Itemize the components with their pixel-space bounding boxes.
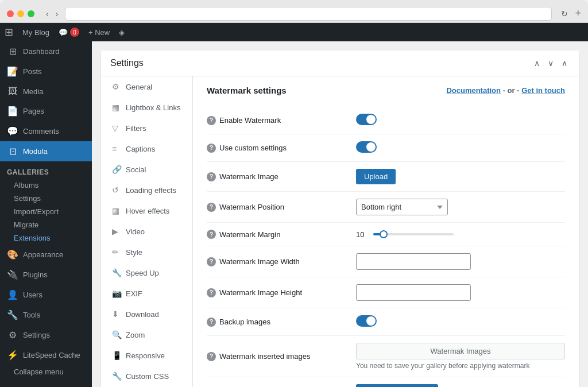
nav-item-social[interactable]: 🔗 Social	[101, 159, 192, 180]
sidebar-item-posts[interactable]: 📝 Posts	[0, 61, 92, 82]
sidebar-sub-extensions[interactable]: Extensions	[0, 231, 92, 245]
general-nav-icon: ⚙	[112, 82, 121, 91]
sidebar-sub-import-export[interactable]: Import/Export	[0, 205, 92, 218]
watermark-width-help[interactable]: ?	[207, 257, 216, 266]
sidebar-item-modula[interactable]: ⊡ Modula	[0, 141, 92, 161]
watermark-margin-help[interactable]: ?	[207, 230, 216, 239]
content-area: Settings ∧ ∨ ∧ ⚙ General ▦ Lightbox &	[92, 41, 588, 387]
sidebar-item-pages[interactable]: 📄 Pages	[0, 101, 92, 121]
close-button[interactable]	[7, 10, 14, 17]
remove-watermark-control: Remove Watermark	[356, 384, 565, 387]
nav-item-speedup[interactable]: 🔧 Speed Up	[101, 262, 192, 283]
lightbox-nav-icon: ▦	[112, 103, 121, 112]
nav-item-general[interactable]: ⚙ General	[101, 76, 192, 97]
sidebar-sub-settings[interactable]: Settings	[0, 192, 92, 205]
download-nav-icon: ⬇	[112, 309, 121, 319]
watermark-section-title: Watermark settings Documentation - or - …	[207, 86, 565, 95]
nav-item-captions[interactable]: ≡ Captions	[101, 138, 192, 159]
upload-button[interactable]: Upload	[356, 169, 396, 184]
backup-images-toggle[interactable]	[356, 315, 377, 327]
sidebar-item-settings[interactable]: ⚙ Settings	[0, 325, 92, 345]
settings-nav: ⚙ General ▦ Lightbox & Links ▽ Filters ≡…	[101, 76, 193, 387]
minimize-button[interactable]	[17, 10, 24, 17]
get-in-touch-link[interactable]: Get in touch	[521, 86, 565, 95]
forward-button[interactable]: ›	[53, 8, 61, 20]
nav-item-style[interactable]: ✏ Style	[101, 242, 192, 262]
watermark-width-label: ? Watermark Image Width	[207, 257, 356, 266]
nav-item-download[interactable]: ⬇ Download	[101, 304, 192, 324]
backup-images-help[interactable]: ?	[207, 318, 216, 327]
posts-icon: 📝	[7, 66, 18, 77]
remove-watermark-button[interactable]: Remove Watermark	[356, 384, 438, 387]
sidebar-sub-albums[interactable]: Albums	[0, 179, 92, 192]
maximize-button[interactable]	[28, 10, 34, 17]
watermark-width-input[interactable]	[356, 253, 471, 270]
field-watermark-height: ? Watermark Image Height	[207, 277, 565, 308]
field-backup-images: ? Backup images	[207, 308, 565, 336]
field-watermark-position: ? Watermark Position Bottom right Top le…	[207, 192, 565, 223]
admin-bar-site[interactable]: My Blog	[22, 28, 49, 37]
watermark-height-help[interactable]: ?	[207, 288, 216, 297]
field-remove-watermark: ? Remove Watermark Remove Watermark	[207, 377, 565, 387]
nav-item-exif[interactable]: 📷 EXIF	[101, 283, 192, 304]
field-watermark-width: ? Watermark Image Width	[207, 246, 565, 277]
use-custom-label-text: Use custom settings	[219, 144, 287, 152]
nav-item-label: Speed Up	[126, 269, 159, 277]
expand-button[interactable]: ∧	[559, 57, 570, 69]
back-button[interactable]: ‹	[44, 8, 51, 20]
watermark-images-button[interactable]: Watermak Images	[356, 343, 565, 359]
watermark-image-help[interactable]: ?	[207, 172, 216, 181]
watermark-inserted-help[interactable]: ?	[207, 352, 216, 361]
watermark-height-input[interactable]	[356, 284, 471, 301]
customcss-nav-icon: 🔧	[112, 371, 121, 381]
settings-header: Settings ∧ ∨ ∧	[101, 51, 579, 76]
sidebar-item-comments[interactable]: 💬 Comments	[0, 121, 92, 141]
sidebar-sub-migrate[interactable]: Migrate	[0, 218, 92, 231]
enable-watermark-toggle[interactable]	[356, 114, 377, 125]
nav-item-hover[interactable]: ▦ Hover effects	[101, 200, 192, 221]
video-nav-icon: ▶	[112, 227, 121, 236]
sidebar-item-users[interactable]: 👤 Users	[0, 285, 92, 305]
refresh-icon[interactable]: ↻	[561, 9, 568, 18]
users-icon: 👤	[7, 289, 18, 300]
collapse-down-button[interactable]: ∨	[546, 57, 556, 69]
nav-item-loading[interactable]: ↺ Loading effects	[101, 180, 192, 200]
nav-item-lightbox[interactable]: ▦ Lightbox & Links	[101, 97, 192, 118]
sidebar-item-plugins[interactable]: 🔌 Plugins	[0, 265, 92, 285]
new-tab-button[interactable]: +	[575, 7, 581, 20]
nav-item-customcss[interactable]: 🔧 Custom CSS	[101, 366, 192, 386]
use-custom-help[interactable]: ?	[207, 144, 216, 153]
watermark-inserted-label-text: Watermark inserted images	[219, 352, 310, 361]
nav-item-responsive[interactable]: 📱 Responsive	[101, 345, 192, 366]
or-text: - or -	[503, 86, 520, 95]
url-bar[interactable]	[65, 7, 552, 21]
watermark-position-select[interactable]: Bottom right Top left Top center Top rig…	[356, 199, 448, 215]
backup-images-control	[356, 315, 565, 328]
nav-item-zoom[interactable]: 🔍 Zoom	[101, 324, 192, 345]
enable-watermark-help[interactable]: ?	[207, 116, 216, 125]
sidebar-item-appearance[interactable]: 🎨 Appearance	[0, 245, 92, 265]
documentation-link[interactable]: Documentation	[446, 86, 501, 95]
sidebar-item-media[interactable]: 🖼 Media	[0, 82, 92, 101]
style-nav-icon: ✏	[112, 247, 121, 257]
use-custom-label: ? Use custom settings	[207, 144, 356, 153]
sidebar-item-dashboard[interactable]: ⊞ Dashboard	[0, 41, 92, 61]
sidebar-item-litespeed[interactable]: ⚡ LiteSpeed Cache	[0, 345, 92, 365]
nav-item-video[interactable]: ▶ Video	[101, 221, 192, 242]
settings-main: Watermark settings Documentation - or - …	[193, 76, 579, 387]
wp-admin-bar: ⊞ My Blog 💬 0 + New ◈	[0, 23, 588, 41]
customize-icon[interactable]: ◈	[119, 28, 125, 37]
new-content-button[interactable]: + New	[88, 28, 110, 37]
watermark-height-label: ? Watermark Image Height	[207, 288, 356, 297]
sidebar-collapse-menu[interactable]: Collapse menu	[0, 365, 92, 378]
watermark-position-help[interactable]: ?	[207, 203, 216, 212]
admin-bar-comments[interactable]: 💬 0	[59, 28, 79, 37]
collapse-up-button[interactable]: ∧	[532, 57, 542, 69]
watermark-image-control: Upload	[356, 169, 565, 184]
wp-logo-icon[interactable]: ⊞	[5, 26, 13, 38]
use-custom-toggle[interactable]	[356, 141, 377, 153]
nav-item-filters[interactable]: ▽ Filters	[101, 118, 192, 138]
nav-item-label: General	[126, 83, 152, 91]
slider-thumb[interactable]	[380, 230, 388, 238]
sidebar-item-tools[interactable]: 🔧 Tools	[0, 305, 92, 325]
